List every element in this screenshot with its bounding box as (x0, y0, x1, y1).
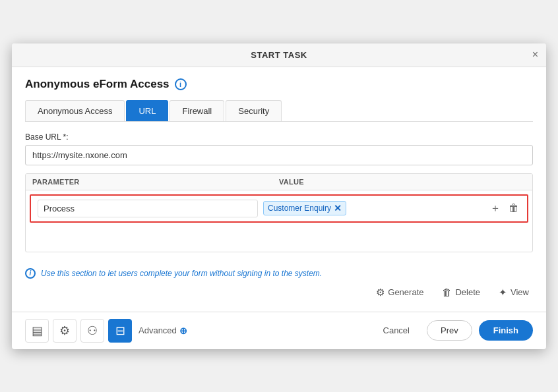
tag-close-icon[interactable]: ✕ (334, 204, 342, 213)
toolbar-settings-icon: ⚙ (59, 323, 70, 338)
cancel-button[interactable]: Cancel (373, 320, 420, 341)
close-button[interactable]: × (532, 49, 538, 60)
modal-title: START TASK (251, 50, 307, 60)
value-col-header: VALUE (279, 178, 526, 186)
finish-button[interactable]: Finish (479, 320, 533, 341)
view-button[interactable]: ✦ View (495, 284, 533, 301)
view-icon: ✦ (499, 287, 507, 298)
generate-icon: ⚙ (376, 287, 385, 298)
toolbar-people-button[interactable]: ⚇ (80, 319, 104, 343)
base-url-label: Base URL *: (25, 132, 533, 142)
param-row: Customer Enquiry ✕ ＋ 🗑 (30, 194, 528, 223)
delete-button[interactable]: 🗑 Delete (438, 284, 484, 300)
toolbar-form-button[interactable]: ▤ (25, 319, 49, 343)
tab-bar: Anonymous Access URL Firewall Security (25, 100, 533, 122)
param-col-header: PARAMETER (32, 178, 279, 186)
action-row: ⚙ Generate 🗑 Delete ✦ View (25, 284, 533, 301)
toolbar-form-icon: ▤ (32, 323, 43, 338)
advanced-label: Advanced (139, 325, 177, 335)
toolbar-settings-button[interactable]: ⚙ (53, 319, 77, 343)
info-icon[interactable]: i (175, 78, 187, 90)
toolbar-nav: Cancel Prev Finish (373, 320, 533, 341)
tab-firewall[interactable]: Firewall (170, 100, 224, 121)
advanced-button[interactable]: Advanced ⊕ (139, 325, 187, 336)
add-row-button[interactable]: ＋ (489, 202, 502, 215)
param-name-input[interactable] (38, 200, 258, 217)
delete-row-button[interactable]: 🗑 (507, 202, 520, 215)
tab-anonymous-access[interactable]: Anonymous Access (25, 100, 125, 121)
bottom-toolbar: ▤ ⚙ ⚇ ⊟ Advanced ⊕ Cancel Prev (12, 312, 546, 349)
tab-security[interactable]: Security (226, 100, 282, 121)
toolbar-task-icon: ⊟ (115, 323, 125, 338)
tag-label: Customer Enquiry (268, 204, 331, 213)
page-heading: Anonymous eForm Access i (25, 78, 533, 91)
delete-icon: 🗑 (442, 287, 452, 298)
value-tag: Customer Enquiry ✕ (263, 201, 346, 215)
params-table-header: PARAMETER VALUE (26, 174, 532, 190)
page-heading-title: Anonymous eForm Access (25, 78, 170, 91)
info-note: i Use this section to let users complete… (25, 268, 533, 279)
param-value-cell: Customer Enquiry ✕ (263, 201, 483, 215)
modal: START TASK × Anonymous eForm Access i An… (12, 43, 546, 349)
info-note-text: Use this section to let users complete y… (41, 269, 322, 278)
base-url-section: Base URL *: (25, 132, 533, 165)
toolbar-icons: ▤ ⚙ ⚇ ⊟ Advanced ⊕ (25, 319, 187, 343)
info-area: i Use this section to let users complete… (12, 260, 546, 312)
modal-body: Anonymous eForm Access i Anonymous Acces… (12, 67, 546, 260)
base-url-input[interactable] (25, 145, 533, 165)
info-note-icon: i (25, 268, 36, 279)
advanced-plus-icon: ⊕ (179, 325, 187, 336)
modal-titlebar: START TASK × (12, 43, 546, 67)
tab-url[interactable]: URL (126, 100, 168, 121)
toolbar-task-button[interactable]: ⊟ (108, 319, 132, 343)
generate-button[interactable]: ⚙ Generate (372, 284, 427, 301)
prev-button[interactable]: Prev (427, 320, 472, 341)
toolbar-people-icon: ⚇ (87, 323, 98, 338)
params-table: PARAMETER VALUE Customer Enquiry ✕ ＋ (25, 173, 533, 252)
row-actions: ＋ 🗑 (489, 202, 520, 215)
